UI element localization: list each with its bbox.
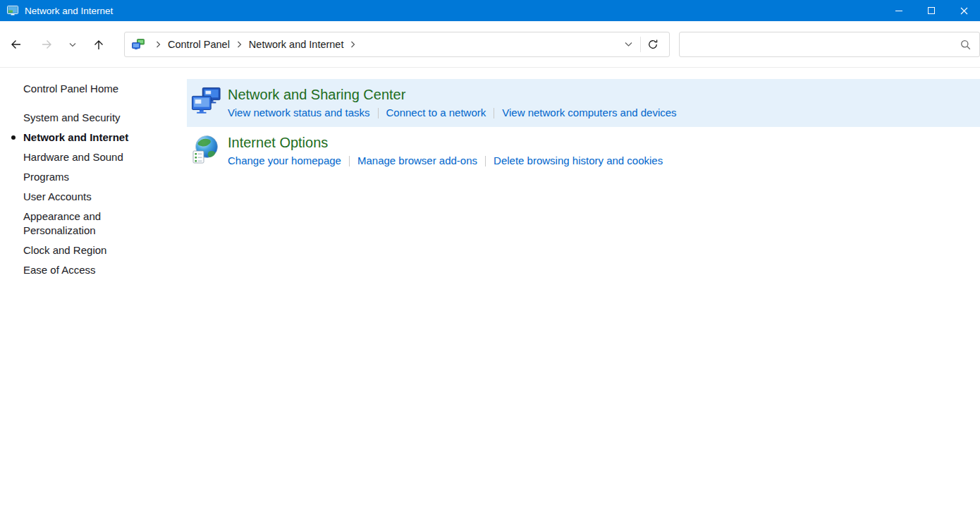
section-links: Change your homepage Manage browser add-… [228,154,972,168]
navigation-toolbar: Control Panel Network and Internet [0,21,980,68]
forward-button[interactable] [34,33,59,56]
sidebar-item-ease-of-access[interactable]: Ease of Access [0,260,155,280]
network-sharing-center-icon[interactable] [192,87,221,116]
address-bar: Control Panel Network and Internet [124,32,670,57]
sidebar-item-label: System and Security [23,111,121,125]
link-connect-to-a-network[interactable]: Connect to a network [386,106,486,120]
sidebar-item-appearance-and-personalization[interactable]: Appearance and Personalization [0,207,155,241]
sidebar-item-user-accounts[interactable]: User Accounts [0,187,155,207]
sidebar-item-label: Network and Internet [23,130,128,145]
refresh-icon [647,39,659,50]
sidebar: Control Panel Home System and Security N… [0,68,180,280]
back-button[interactable] [3,33,28,56]
breadcrumb-chevron-2[interactable] [345,32,361,56]
divider [494,108,494,119]
link-view-network-computers-and-devices[interactable]: View network computers and devices [502,106,676,120]
chevron-right-icon [237,41,242,48]
sidebar-item-label: Clock and Region [23,243,106,257]
search-icon [960,40,971,50]
search-box [679,32,980,57]
address-dropdown-button[interactable] [616,32,640,56]
breadcrumb-root-chevron[interactable] [150,32,166,56]
breadcrumb-item-network-and-internet[interactable]: Network and Internet [247,39,345,50]
sidebar-item-system-and-security[interactable]: System and Security [0,108,155,128]
back-arrow-icon [10,39,22,50]
recent-pages-dropdown[interactable] [65,33,80,56]
link-manage-browser-add-ons[interactable]: Manage browser add-ons [357,154,477,168]
chevron-down-icon [625,42,632,47]
nav-buttons [3,32,117,57]
minimize-icon [895,11,902,11]
sidebar-item-hardware-and-sound[interactable]: Hardware and Sound [0,147,155,167]
divider [378,108,379,119]
up-arrow-icon [93,39,104,51]
divider [349,156,350,166]
sidebar-item-label: Appearance and Personalization [23,210,147,238]
network-and-internet-small-icon[interactable] [132,39,145,50]
sidebar-item-label: Hardware and Sound [23,150,123,164]
chevron-right-icon [350,41,355,48]
close-button[interactable] [948,0,980,21]
forward-arrow-icon [41,39,53,50]
sidebar-item-clock-and-region[interactable]: Clock and Region [0,241,155,260]
sidebar-item-label: Control Panel Home [23,82,118,96]
section-title-network-and-sharing-center[interactable]: Network and Sharing Center [228,85,405,104]
section-internet-options: Internet Options Change your homepage Ma… [187,127,980,175]
up-button[interactable] [86,33,111,56]
breadcrumb-item-control-panel[interactable]: Control Panel [166,39,231,50]
maximize-icon [928,7,935,14]
breadcrumb-chevron-1[interactable] [231,32,247,56]
maximize-button[interactable] [915,0,948,21]
sidebar-item-label: User Accounts [23,190,92,204]
divider [485,156,486,166]
close-icon [960,7,968,15]
main-content: Network and Sharing Center View network … [187,68,980,175]
sidebar-item-label: Ease of Access [23,263,96,277]
link-change-your-homepage[interactable]: Change your homepage [228,154,341,168]
address-bar-controls [616,32,665,56]
sidebar-item-label: Programs [23,170,69,184]
minimize-button[interactable] [883,0,915,21]
internet-options-icon[interactable] [192,135,221,164]
window-icon[interactable] [7,5,18,16]
search-input[interactable] [687,32,960,56]
section-title-internet-options[interactable]: Internet Options [228,133,328,152]
sidebar-item-control-panel-home[interactable]: Control Panel Home [0,79,155,99]
chevron-right-icon [156,41,161,48]
chevron-down-icon [69,42,76,47]
section-links: View network status and tasks Connect to… [228,106,972,120]
link-delete-browsing-history-and-cookies[interactable]: Delete browsing history and cookies [494,154,663,168]
window-controls [883,0,980,21]
refresh-button[interactable] [641,32,665,56]
sidebar-item-network-and-internet[interactable]: Network and Internet [0,128,155,147]
current-item-bullet [11,135,16,140]
sidebar-item-programs[interactable]: Programs [0,167,155,187]
section-network-and-sharing-center: Network and Sharing Center View network … [187,79,980,127]
link-view-network-status-and-tasks[interactable]: View network status and tasks [228,106,370,120]
window-title: Network and Internet [25,6,113,16]
titlebar: Network and Internet [0,0,980,21]
control-panel-window: Network and Internet [0,0,980,510]
